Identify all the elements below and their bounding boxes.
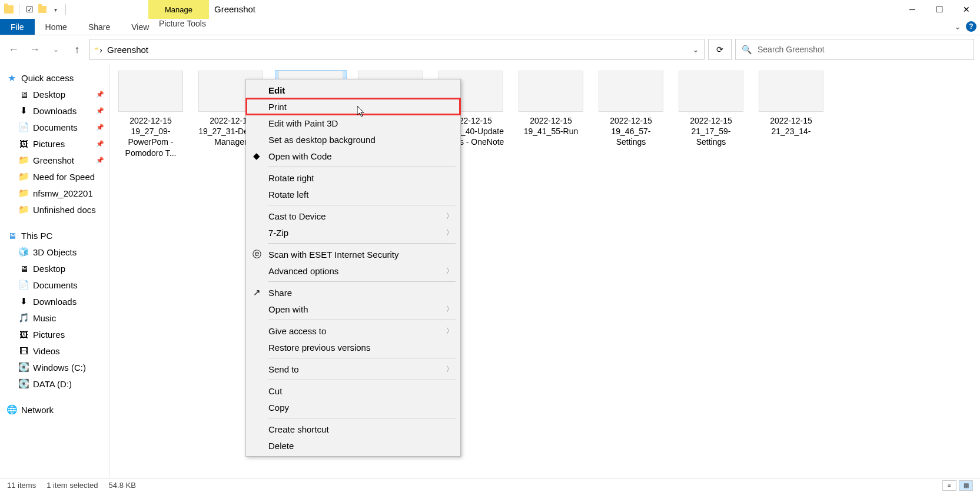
- view-details-button[interactable]: ≡: [942, 480, 956, 491]
- sidebar-item-label: Greenshot: [33, 155, 74, 165]
- context-menu-item[interactable]: Rotate right: [246, 169, 460, 186]
- file-item[interactable]: 2022-12-15 21_17_59-Settings: [676, 71, 746, 158]
- sidebar-this-pc[interactable]: 🖥 This PC: [0, 227, 109, 244]
- search-box[interactable]: 🔍 Search Greenshot: [735, 39, 974, 60]
- sidebar-item[interactable]: 📁nfsmw_202201: [0, 185, 109, 201]
- sidebar-network-label: Network: [21, 405, 54, 415]
- context-menu-item[interactable]: ↗Share: [246, 284, 460, 301]
- context-menu-item[interactable]: Give access to〉: [246, 323, 460, 339]
- context-menu-item[interactable]: Create shortcut: [246, 421, 460, 437]
- sidebar-item[interactable]: ⬇Downloads📌: [0, 102, 109, 119]
- sidebar-item[interactable]: 📁Unfinished docs: [0, 201, 109, 218]
- sidebar-item[interactable]: 🖼Pictures📌: [0, 135, 109, 152]
- sidebar-item[interactable]: 🎵Music: [0, 310, 109, 326]
- context-menu-item[interactable]: Rotate left: [246, 186, 460, 202]
- address-bar[interactable]: › Greenshot ⌄: [89, 39, 705, 60]
- sidebar-item[interactable]: 🎞Videos: [0, 343, 109, 359]
- manage-contextual-tab[interactable]: Manage: [148, 0, 209, 19]
- minimize-button[interactable]: ─: [899, 0, 926, 19]
- sidebar-item[interactable]: 📄Documents: [0, 277, 109, 293]
- recent-locations-button[interactable]: ⌄: [47, 41, 65, 58]
- sidebar-item-label: Pictures: [33, 330, 65, 340]
- submenu-arrow-icon: 〉: [446, 266, 453, 276]
- refresh-button[interactable]: ⟳: [708, 39, 732, 60]
- picture-tools-tab[interactable]: Picture Tools: [148, 19, 217, 28]
- sidebar-quick-access-label: Quick access: [21, 73, 74, 83]
- ribbon-expand-icon[interactable]: ⌄: [954, 22, 961, 31]
- maximize-button[interactable]: ☐: [926, 0, 953, 19]
- file-list[interactable]: 2022-12-15 19_27_09-PowerPom - Pomodoro …: [109, 64, 980, 478]
- context-menu-label: Copy: [268, 403, 289, 413]
- pin-icon: 📌: [96, 157, 104, 164]
- file-item[interactable]: 2022-12-15 19_46_57-Settings: [596, 71, 666, 158]
- address-dropdown-icon[interactable]: ⌄: [692, 45, 699, 54]
- pc-icon: 🖥: [6, 230, 18, 241]
- up-button[interactable]: ↑: [68, 41, 86, 58]
- qat-dropdown[interactable]: ▾: [50, 4, 61, 15]
- window-controls: ─ ☐ ✕: [899, 0, 980, 19]
- sidebar-item[interactable]: 📁Need for Speed: [0, 168, 109, 185]
- sidebar-item[interactable]: 🖥Desktop📌: [0, 86, 109, 102]
- sidebar-item[interactable]: 🧊3D Objects: [0, 244, 109, 260]
- sidebar-item[interactable]: 📄Documents📌: [0, 119, 109, 135]
- sidebar-item-icon: 🎞: [18, 345, 29, 357]
- close-button[interactable]: ✕: [953, 0, 980, 19]
- context-menu-label: Share: [268, 288, 292, 298]
- sidebar-item[interactable]: ⬇Downloads: [0, 293, 109, 310]
- sidebar-item-icon: 🖥: [18, 88, 29, 100]
- context-menu-item[interactable]: 7-Zip〉: [246, 224, 460, 241]
- context-menu-item[interactable]: Open with〉: [246, 301, 460, 317]
- breadcrumb-greenshot[interactable]: Greenshot: [107, 45, 148, 55]
- sidebar-item[interactable]: 🖼Pictures: [0, 326, 109, 343]
- context-menu-item[interactable]: Print: [246, 98, 460, 115]
- context-menu-separator: [268, 380, 456, 380]
- context-menu-item[interactable]: Cast to Device〉: [246, 208, 460, 224]
- sidebar-item[interactable]: 🖥Desktop: [0, 260, 109, 277]
- file-item[interactable]: 2022-12-15 19_27_09-PowerPom - Pomodoro …: [115, 71, 186, 158]
- context-menu-item[interactable]: Set as desktop background: [246, 131, 460, 148]
- context-menu-item[interactable]: Advanced options〉: [246, 262, 460, 279]
- window-title: Greenshot: [214, 4, 255, 14]
- sidebar-quick-access[interactable]: ★ Quick access: [0, 69, 109, 86]
- context-menu-item[interactable]: Restore previous versions: [246, 339, 460, 355]
- sidebar-item-icon: ⬇: [18, 295, 29, 307]
- context-menu-label: Edit: [268, 85, 285, 95]
- context-menu-separator: [268, 281, 456, 282]
- context-menu-item[interactable]: Send to〉: [246, 361, 460, 377]
- context-menu-item[interactable]: Edit with Paint 3D: [246, 115, 460, 131]
- sidebar-item[interactable]: 💽Windows (C:): [0, 359, 109, 375]
- file-item[interactable]: 2022-12-15 21_23_14-: [756, 71, 826, 158]
- home-tab[interactable]: Home: [35, 19, 78, 35]
- forward-button[interactable]: →: [26, 41, 44, 58]
- help-icon[interactable]: ?: [966, 21, 976, 32]
- file-thumbnail: [679, 71, 743, 112]
- file-label: 2022-12-15 21_23_14-: [756, 115, 826, 137]
- context-menu-separator: [268, 358, 456, 358]
- sidebar-item-label: Desktop: [33, 89, 65, 99]
- view-thumbnails-button[interactable]: ▦: [959, 480, 973, 491]
- context-menu-label: Send to: [268, 364, 299, 374]
- sidebar-network[interactable]: 🌐 Network: [0, 401, 109, 418]
- back-button[interactable]: ←: [5, 41, 22, 58]
- context-menu-item[interactable]: Cut: [246, 383, 460, 399]
- search-icon: 🔍: [742, 45, 752, 54]
- folder-small-icon: [37, 4, 48, 15]
- context-menu-label: Print: [268, 102, 287, 112]
- sidebar-item-label: Windows (C:): [33, 363, 86, 373]
- context-menu-item[interactable]: ⓔScan with ESET Internet Security: [246, 246, 460, 262]
- properties-icon[interactable]: ☑: [24, 4, 35, 15]
- context-menu-item[interactable]: Copy: [246, 399, 460, 415]
- context-menu-item[interactable]: Edit: [246, 82, 460, 98]
- network-icon: 🌐: [6, 404, 18, 415]
- context-menu-item[interactable]: Delete: [246, 437, 460, 454]
- context-menu-item[interactable]: ◆Open with Code: [246, 148, 460, 164]
- file-item[interactable]: 2022-12-15 19_41_55-Run: [516, 71, 586, 158]
- context-menu-label: Scan with ESET Internet Security: [268, 250, 399, 260]
- share-tab[interactable]: Share: [78, 19, 121, 35]
- sidebar-item[interactable]: 📁Greenshot📌: [0, 152, 109, 168]
- sidebar-item[interactable]: 💽DATA (D:): [0, 375, 109, 392]
- sidebar-item-label: 3D Objects: [33, 247, 77, 257]
- sidebar-item-icon: 📁: [18, 171, 29, 182]
- context-menu-label: Edit with Paint 3D: [268, 118, 338, 128]
- file-tab[interactable]: File: [0, 19, 35, 35]
